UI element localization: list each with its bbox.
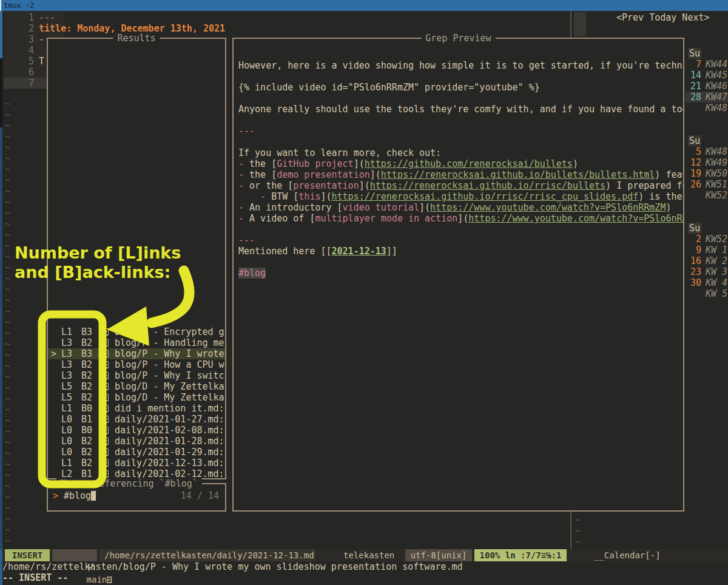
calendar-week-number: KW 1 xyxy=(706,245,727,255)
result-row[interactable]: L0B2daily/2021-01-29.md: xyxy=(48,447,225,458)
calendar-day[interactable]: 30 xyxy=(686,277,701,288)
links-count: L3 xyxy=(61,370,72,381)
calendar-week-row: 9KW 1 xyxy=(686,245,728,255)
prompt-caret: > xyxy=(53,490,58,501)
result-row[interactable]: L0B0daily/2021-02-08.md: xyxy=(48,425,225,436)
calendar-day[interactable]: 14 xyxy=(686,70,701,81)
cursor-position: 100% ln :7/7≡℅:1 xyxy=(474,549,567,561)
grep-line: --- xyxy=(238,126,255,137)
result-row[interactable]: >L3B3blog/P - Why I wrote xyxy=(48,348,225,359)
links-count: L3 xyxy=(61,337,72,348)
grep-segment-pink: --- xyxy=(238,126,255,137)
file-icon xyxy=(103,448,109,456)
calendar-week-number: KW 2 xyxy=(706,255,727,266)
calendar-day[interactable]: 2 xyxy=(686,234,701,245)
result-counter: 14 / 14 xyxy=(181,490,219,501)
result-row[interactable]: L1B2daily/2021-12-13.md: xyxy=(48,458,225,468)
calendar-week-row: KW 5 xyxy=(686,288,728,299)
result-row[interactable]: L3B2blog/P - Why I switc xyxy=(48,370,225,381)
grep-preview-content: However, here is a video showing how sim… xyxy=(234,39,683,510)
calendar-day[interactable]: 5 xyxy=(686,146,701,157)
result-filename: blog/P - How a CPU w xyxy=(115,359,224,370)
calendar-day[interactable]: 9 xyxy=(686,245,701,255)
grep-line: If you want to learn more, check out: xyxy=(238,147,441,158)
file-icon xyxy=(103,427,109,434)
current-file-path: /home/rs/zettelkasten/daily/2021-12-13.m… xyxy=(99,549,315,561)
result-row[interactable]: L3B2blog/P - How a CPU w xyxy=(48,359,225,370)
backlinks-count: B2 xyxy=(81,392,92,403)
grep-line: --- xyxy=(238,235,255,246)
grep-segment-url: https://renerocksai.github.io/rrisc/bull… xyxy=(370,180,605,191)
result-row[interactable]: L5B2blog/D - My Zettelka xyxy=(48,392,225,403)
result-row[interactable]: L3B2blog/P - Handling me xyxy=(48,337,225,348)
file-icon xyxy=(103,459,109,467)
backlinks-count: B1 xyxy=(81,468,92,478)
result-row[interactable]: L2B1daily/2021-02-12.md: xyxy=(48,468,225,478)
calendar-day[interactable]: 23 xyxy=(686,266,701,277)
calendar-day[interactable]: 28 xyxy=(686,92,701,103)
grep-segment-fg: ]( xyxy=(359,180,370,191)
calendar-week-row: 23KW 3 xyxy=(686,266,728,277)
grep-segment-fg: ]( xyxy=(370,169,381,180)
result-row[interactable]: L5B2blog/D - My Zettelka xyxy=(48,381,225,392)
calendar-day[interactable]: 12 xyxy=(686,157,701,168)
calendar-week-row: KW52 xyxy=(686,190,728,201)
grep-line: - the [GitHub project](https://github.co… xyxy=(238,158,578,169)
result-row[interactable]: L0B1daily/2021-01-27.md: xyxy=(48,414,225,425)
grep-line: However, here is a video showing how sim… xyxy=(238,60,683,71)
links-count: L0 xyxy=(61,414,72,425)
backlinks-count: B0 xyxy=(81,403,92,414)
grep-line: - or the [presentation](https://renerock… xyxy=(238,180,683,191)
calendar-day[interactable]: 16 xyxy=(686,255,701,266)
results-list[interactable]: L1B3blog/P - Encrypted gL3B2blog/P - Han… xyxy=(48,39,225,478)
calendar-week-row: 5KW48 xyxy=(686,146,728,157)
result-row[interactable]: L1B3blog/P - Encrypted g xyxy=(48,326,225,337)
calendar-dow-label: Su xyxy=(688,48,701,59)
links-count: L0 xyxy=(61,436,72,447)
result-filename: blog/P - Why I switc xyxy=(115,370,224,381)
calendar-day[interactable]: 21 xyxy=(686,81,701,92)
result-row[interactable]: L0B2daily/2021-01-28.md: xyxy=(48,436,225,447)
grep-segment-fg: ]] xyxy=(386,246,397,257)
links-count: L3 xyxy=(61,359,72,370)
git-branch-segment: main xyxy=(52,549,97,561)
grep-segment-red: - xyxy=(238,202,249,213)
calendar-week-number: KW44 xyxy=(706,59,727,70)
backlinks-count: B3 xyxy=(81,326,92,337)
prompt-window: Notes referencing `#blog` > #blog 14 / 1… xyxy=(47,483,226,512)
grep-line: Mentioned here [[2021-12-13]] xyxy=(238,246,397,257)
grep-segment-url: https://renerocksai.github.io/rrisc/rris… xyxy=(332,191,639,202)
backlinks-count: B2 xyxy=(81,458,92,468)
terminal-screen: tmux -2 1---2title: Monday, December 13t… xyxy=(0,0,728,585)
calendar-week-row: 21KW46 xyxy=(686,81,728,92)
result-filename: daily/2021-01-28.md: xyxy=(115,436,224,447)
statusline: INSERT main /home/rs/zettelkasten/daily/… xyxy=(2,549,728,561)
backlinks-count: B2 xyxy=(81,447,92,458)
file-icon xyxy=(103,383,109,390)
calendar-week-row: 2KW52 xyxy=(686,234,728,245)
calendar-day[interactable]: 19 xyxy=(686,168,701,179)
backlinks-count: B1 xyxy=(81,414,92,425)
grep-segment-fg: If you want to learn more, check out: xyxy=(238,147,441,158)
grep-segment-fg: ]( xyxy=(419,202,430,213)
file-icon xyxy=(103,372,109,379)
grep-segment-fg: ) I prepared fo xyxy=(605,180,683,191)
calendar-nav-buttons[interactable]: <Prev Today Next> xyxy=(616,12,710,23)
grep-segment-pink: video tutorial xyxy=(343,202,419,213)
grep-preview-window[interactable]: Grep Preview However, here is a video sh… xyxy=(232,38,684,512)
result-row[interactable]: L1B0did i mention it.md: xyxy=(48,403,225,414)
calendar-week-row: 7KW44 xyxy=(686,59,728,70)
calendar-week-number: KW47 xyxy=(706,92,727,103)
grep-segment-fg: or the [ xyxy=(249,180,293,191)
calendar-day[interactable]: 26 xyxy=(686,179,701,190)
result-filename: blog/D - My Zettelka xyxy=(115,381,224,392)
results-window-title: Results xyxy=(113,33,160,44)
grep-segment-url: https://www.youtube.com/watch?v=PSlo6nRR… xyxy=(430,202,666,213)
result-filename: daily/2021-12-13.md: xyxy=(115,458,224,468)
calendar-week-number: KW52 xyxy=(706,190,727,201)
calendar-day[interactable]: 7 xyxy=(686,59,701,70)
backlinks-count: B2 xyxy=(81,381,92,392)
result-filename: daily/2021-02-08.md: xyxy=(115,425,224,436)
grep-line: - A video of [multiplayer mode in action… xyxy=(238,213,683,224)
grep-segment-pink: GitHub project xyxy=(277,158,353,169)
